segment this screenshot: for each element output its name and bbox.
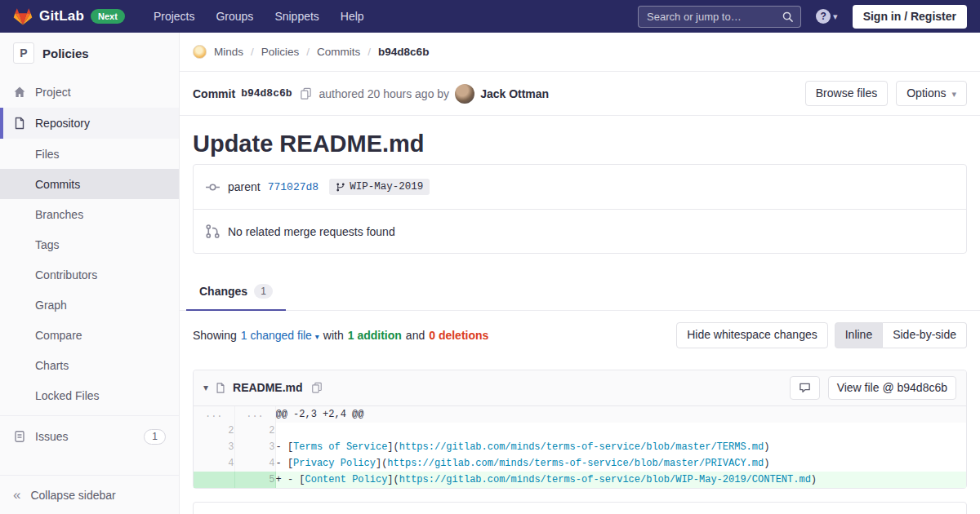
collapse-file-caret-icon[interactable]: ▾ (203, 382, 208, 393)
showing-text: Showing (193, 329, 237, 342)
code-segment: + - [ (276, 474, 305, 485)
double-chevron-left-icon: « (13, 488, 20, 502)
code-segment: @@ -2,3 +2,4 @@ (276, 409, 364, 420)
branch-name: WIP-May-2019 (350, 181, 423, 193)
old-line-number[interactable]: 3 (194, 439, 234, 455)
diff-line-content: + - [Content Policy](https://gitlab.com/… (275, 472, 966, 488)
code-segment: ]( (387, 474, 399, 485)
diff-row: 44- [Privacy Policy](https://gitlab.com/… (194, 455, 966, 472)
sidebar-item-charts[interactable]: Charts (0, 350, 179, 380)
breadcrumb-separator: / (368, 46, 371, 58)
collapse-sidebar-button[interactable]: « Collapse sidebar (0, 475, 179, 514)
tab-changes[interactable]: Changes 1 (186, 273, 286, 311)
sidebar-item-contributors[interactable]: Contributors (0, 259, 179, 290)
diff-line-content (275, 423, 966, 439)
breadcrumb-project[interactable]: Policies (261, 46, 300, 58)
nav-snippets[interactable]: Snippets (264, 3, 329, 29)
sidebar-item-tags[interactable]: Tags (0, 229, 179, 259)
new-line-number[interactable]: 3 (234, 439, 275, 455)
primary-nav: Projects Groups Snippets Help (143, 3, 375, 29)
changes-count-badge: 1 (254, 284, 273, 299)
new-line-number[interactable]: 2 (234, 423, 275, 439)
nav-projects[interactable]: Projects (143, 3, 206, 29)
code-segment: ) (811, 474, 817, 485)
sidebar-item-files[interactable]: Files (0, 139, 179, 169)
file-name[interactable]: README.md (233, 381, 303, 394)
diff-row: ......@@ -2,3 +2,4 @@ (194, 406, 966, 423)
authored-text: authored 20 hours ago by (319, 87, 450, 100)
with-text: with (323, 329, 344, 342)
sidebar-divider (0, 415, 179, 416)
toggle-comments-button[interactable] (790, 376, 820, 400)
tab-changes-label: Changes (199, 285, 247, 298)
sidebar-item-compare[interactable]: Compare (0, 320, 179, 350)
sidebar-item-label: Issues (35, 430, 68, 443)
code-segment: ) (764, 441, 769, 453)
sidebar-item-branches[interactable]: Branches (0, 199, 179, 229)
commit-header-actions: Browse files Options ▾ (805, 81, 967, 106)
navbar-right: ? ▾ Sign in / Register (638, 5, 967, 29)
merge-request-icon (205, 224, 220, 239)
sidebar-menu: Project Repository Files Commits Branche… (0, 77, 179, 452)
breadcrumb: Minds / Policies / Commits / b94d8c6b (180, 33, 980, 72)
sidebar-item-graph[interactable]: Graph (0, 290, 179, 320)
search-input[interactable] (645, 10, 777, 24)
options-dropdown-button[interactable]: Options ▾ (896, 81, 967, 106)
navbar-left: GitLab Next Projects Groups Snippets Hel… (13, 3, 375, 29)
old-line-number[interactable] (194, 472, 234, 488)
top-navbar: GitLab Next Projects Groups Snippets Hel… (0, 0, 980, 33)
chevron-down-icon: ▾ (951, 89, 956, 99)
branch-ref-label[interactable]: WIP-May-2019 (329, 179, 430, 195)
author-name[interactable]: Jack Ottman (480, 87, 549, 100)
code-segment: https://gitlab.com/minds/terms-of-servic… (387, 458, 764, 469)
global-search[interactable] (638, 6, 801, 28)
old-line-number[interactable]: 4 (194, 455, 234, 472)
diff-line-content: - [Privacy Policy](https://gitlab.com/mi… (275, 455, 966, 472)
sidebar-item-locked-files[interactable]: Locked Files (0, 380, 179, 410)
inline-view-button[interactable]: Inline (835, 322, 883, 348)
code-segment: ]( (376, 458, 387, 469)
breadcrumb-commits[interactable]: Commits (317, 46, 360, 58)
repository-icon (13, 117, 26, 130)
new-line-number[interactable]: 5 (234, 472, 275, 488)
nav-groups[interactable]: Groups (205, 3, 264, 29)
copy-file-path-button[interactable] (310, 380, 324, 395)
diff-stats-bar: Showing 1 changed file ▾ with 1 addition… (180, 311, 980, 359)
code-segment: ) (764, 458, 769, 469)
side-by-side-view-button[interactable]: Side-by-side (883, 322, 967, 348)
diff-view-toggle: Inline Side-by-side (835, 322, 967, 348)
diff-row: 5+ - [Content Policy](https://gitlab.com… (194, 472, 966, 488)
project-context-header[interactable]: P Policies (0, 33, 179, 72)
sidebar-item-issues[interactable]: Issues 1 (0, 421, 179, 452)
options-label: Options (906, 87, 946, 100)
file-diff-box: ▾ README.md View file @ b94d8c6b (193, 370, 967, 489)
sidebar-item-commits[interactable]: Commits (0, 169, 179, 199)
changed-files-label: 1 changed file (241, 329, 312, 342)
changed-files-dropdown[interactable]: 1 changed file ▾ (241, 329, 319, 342)
sidebar-item-project[interactable]: Project (0, 77, 179, 108)
copy-icon (311, 382, 323, 393)
old-line-number: ... (194, 406, 234, 423)
issues-count-badge: 1 (144, 429, 166, 445)
diff-table: ......@@ -2,3 +2,4 @@2233- [Terms of Ser… (194, 406, 966, 488)
collapse-sidebar-label: Collapse sidebar (30, 489, 115, 502)
diff-row: 33- [Terms of Service](https://gitlab.co… (194, 439, 966, 455)
old-line-number[interactable]: 2 (194, 423, 234, 439)
discussion-area[interactable] (193, 502, 967, 514)
sign-in-button[interactable]: Sign in / Register (853, 5, 967, 29)
sidebar-item-repository[interactable]: Repository (0, 108, 179, 139)
hide-whitespace-button[interactable]: Hide whitespace changes (676, 322, 828, 348)
home-icon (13, 86, 26, 99)
breadcrumb-group[interactable]: Minds (214, 46, 243, 58)
commit-icon (205, 179, 220, 195)
author-avatar[interactable] (455, 84, 474, 104)
nav-help[interactable]: Help (330, 3, 375, 29)
new-line-number[interactable]: 4 (234, 455, 275, 472)
browse-files-button[interactable]: Browse files (805, 81, 888, 106)
commit-info-box: parent 771027d8 WIP-May-2019 No related … (193, 164, 967, 254)
view-file-button[interactable]: View file @ b94d8c6b (828, 376, 956, 400)
help-dropdown[interactable]: ? ▾ (816, 9, 838, 24)
gitlab-home-link[interactable]: GitLab Next (13, 7, 125, 26)
copy-sha-button[interactable] (298, 86, 314, 101)
parent-sha-link[interactable]: 771027d8 (268, 181, 318, 193)
